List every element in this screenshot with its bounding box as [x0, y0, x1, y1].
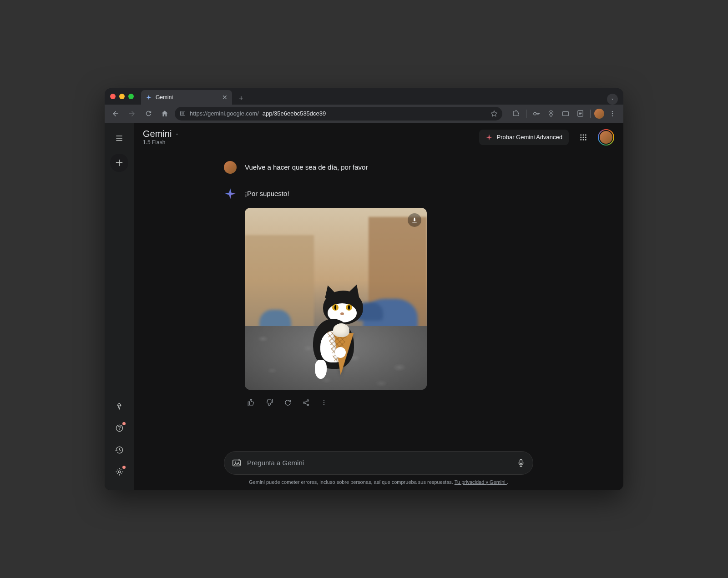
close-window-button[interactable] — [110, 94, 116, 99]
svg-point-7 — [612, 115, 613, 116]
browser-tab[interactable]: Gemini ✕ — [141, 90, 232, 105]
sidebar — [105, 123, 134, 490]
gem-manager-button[interactable] — [110, 397, 128, 416]
separator — [590, 110, 591, 118]
browser-menu-button[interactable] — [606, 107, 619, 120]
upload-image-button[interactable] — [232, 458, 242, 468]
svg-point-14 — [580, 136, 581, 138]
svg-point-22 — [307, 404, 308, 406]
forward-button[interactable] — [126, 107, 138, 120]
input-area: Gemini puede cometer errores, incluso so… — [215, 451, 542, 490]
svg-point-20 — [307, 399, 308, 401]
gemini-app: Gemini 1.5 Flash Probar Gemini Advanced — [105, 123, 623, 490]
minimize-window-button[interactable] — [119, 94, 125, 99]
disclaimer: Gemini puede cometer errores, incluso so… — [224, 479, 533, 485]
window-controls — [110, 94, 134, 99]
user-message: Vuelve a hacer que sea de día, por favor — [215, 161, 542, 174]
ai-message: ¡Por supuesto! — [215, 187, 542, 409]
notification-dot — [122, 466, 126, 469]
svg-point-13 — [585, 134, 586, 136]
tabs-dropdown-button[interactable] — [607, 94, 618, 105]
svg-point-19 — [585, 139, 586, 140]
svg-point-6 — [612, 113, 613, 114]
extensions-button[interactable] — [510, 107, 522, 120]
svg-point-12 — [583, 134, 584, 136]
settings-button[interactable] — [110, 463, 128, 481]
back-button[interactable] — [109, 107, 122, 120]
location-button[interactable] — [545, 107, 557, 120]
download-image-button[interactable] — [408, 213, 421, 227]
svg-point-9 — [119, 429, 120, 430]
notification-dot — [122, 422, 126, 425]
home-button[interactable] — [158, 107, 171, 120]
help-button[interactable] — [110, 419, 128, 437]
gemini-avatar — [224, 187, 237, 200]
chevron-down-icon — [610, 96, 615, 102]
svg-point-24 — [324, 402, 324, 403]
svg-rect-3 — [562, 111, 569, 116]
payment-button[interactable] — [559, 107, 572, 120]
svg-point-1 — [534, 112, 536, 115]
prompt-input-box — [224, 451, 533, 475]
svg-point-15 — [583, 136, 584, 138]
tab-title: Gemini — [156, 94, 173, 101]
user-text: Vuelve a hacer que sea de día, por favor — [245, 161, 533, 174]
model-selector[interactable]: Gemini 1.5 Flash — [143, 129, 180, 146]
svg-point-2 — [550, 112, 551, 113]
prompt-input[interactable] — [247, 459, 511, 467]
titlebar: Gemini ✕ + — [105, 88, 623, 105]
svg-point-18 — [583, 139, 584, 140]
chevron-down-icon — [174, 131, 180, 137]
browser-window: Gemini ✕ + https://gemini.google.com/app… — [105, 88, 623, 490]
new-tab-button[interactable]: + — [235, 92, 248, 105]
browser-toolbar: https://gemini.google.com/app/35e6eebc53… — [105, 105, 623, 123]
activity-button[interactable] — [110, 441, 128, 459]
account-button[interactable] — [598, 129, 614, 146]
password-button[interactable] — [530, 107, 543, 120]
svg-point-16 — [585, 136, 586, 138]
response-actions — [245, 396, 533, 409]
site-settings-icon — [179, 110, 186, 117]
maximize-window-button[interactable] — [128, 94, 134, 99]
mic-button[interactable] — [516, 458, 526, 467]
thumbs-up-button[interactable] — [245, 396, 258, 409]
gemini-spark-icon — [146, 94, 152, 101]
generated-image[interactable] — [245, 208, 427, 390]
more-button[interactable] — [318, 396, 330, 409]
reader-button[interactable] — [574, 107, 586, 120]
app-header: Gemini 1.5 Flash Probar Gemini Advanced — [134, 123, 623, 152]
svg-rect-28 — [520, 459, 522, 463]
svg-point-10 — [118, 471, 121, 473]
address-bar[interactable]: https://gemini.google.com/app/35e6eebc53… — [175, 107, 502, 121]
gemini-spark-icon — [485, 134, 493, 141]
svg-point-27 — [235, 461, 236, 462]
ai-text: ¡Por supuesto! — [245, 189, 533, 199]
menu-button[interactable] — [110, 129, 128, 147]
tab-strip: Gemini ✕ + — [141, 88, 618, 105]
svg-point-25 — [324, 404, 324, 405]
thumbs-down-button[interactable] — [263, 396, 276, 409]
profile-button[interactable] — [594, 109, 604, 119]
reload-button[interactable] — [142, 107, 155, 120]
google-apps-button[interactable] — [574, 128, 592, 146]
try-advanced-button[interactable]: Probar Gemini Advanced — [479, 130, 569, 145]
svg-point-21 — [303, 402, 305, 403]
toolbar-right — [510, 107, 619, 120]
new-chat-button[interactable] — [110, 154, 128, 172]
privacy-link[interactable]: Tu privacidad y Gemini — [455, 479, 507, 485]
disclaimer-text: Gemini puede cometer errores, incluso so… — [249, 479, 455, 485]
main-content: Gemini 1.5 Flash Probar Gemini Advanced — [134, 123, 623, 490]
regenerate-button[interactable] — [281, 396, 294, 409]
app-title: Gemini — [143, 129, 172, 139]
close-tab-button[interactable]: ✕ — [222, 94, 228, 101]
user-avatar — [224, 161, 237, 174]
share-button[interactable] — [299, 396, 312, 409]
download-icon — [411, 216, 418, 224]
svg-point-23 — [324, 400, 324, 401]
svg-point-5 — [612, 111, 613, 112]
model-name: 1.5 Flash — [143, 139, 180, 146]
bookmark-star-icon[interactable] — [490, 110, 498, 117]
gemini-spark-icon — [224, 188, 236, 200]
advanced-label: Probar Gemini Advanced — [496, 134, 562, 141]
conversation: Vuelve a hacer que sea de día, por favor… — [134, 152, 623, 451]
